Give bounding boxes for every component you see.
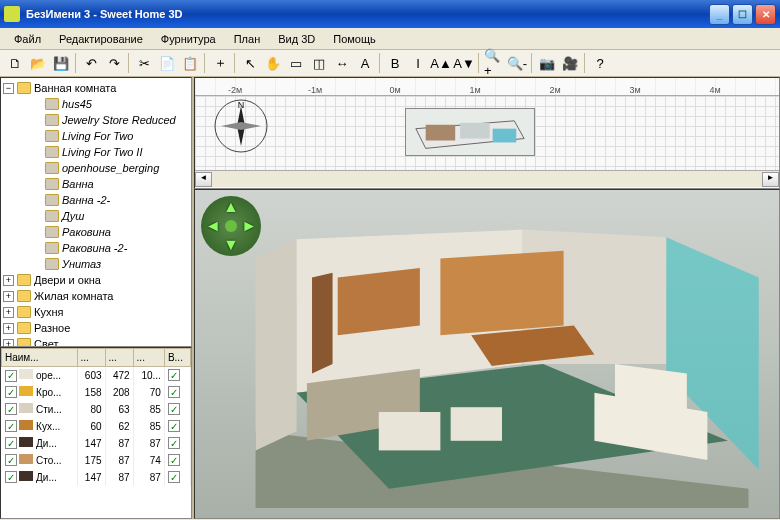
tree-row[interactable]: +Двери и окна xyxy=(3,272,189,288)
menu-0[interactable]: Файл xyxy=(6,31,49,47)
table-row[interactable]: ✓ оре...60347210...✓ xyxy=(2,367,191,384)
checkbox-icon[interactable]: ✓ xyxy=(168,437,180,449)
tree-row[interactable]: Living For Two II xyxy=(3,144,189,160)
menu-1[interactable]: Редактирование xyxy=(51,31,151,47)
scroll-right-icon[interactable]: ► xyxy=(762,172,779,187)
redo-icon[interactable]: ↷ xyxy=(103,52,125,74)
checkbox-icon[interactable]: ✓ xyxy=(168,454,180,466)
3d-view[interactable]: ▲ ▼ ◄ ► xyxy=(194,189,780,519)
checkbox-icon[interactable]: ✓ xyxy=(5,420,17,432)
checkbox-icon[interactable]: ✓ xyxy=(168,403,180,415)
open-icon[interactable]: 📂 xyxy=(27,52,49,74)
paste-icon[interactable]: 📋 xyxy=(179,52,201,74)
tree-row[interactable]: Раковина xyxy=(3,224,189,240)
folder-icon xyxy=(17,274,31,286)
expand-icon[interactable]: + xyxy=(3,339,14,348)
tree-row[interactable]: −Ванная комната xyxy=(3,80,189,96)
undo-icon[interactable]: ↶ xyxy=(80,52,102,74)
italic-icon[interactable]: I xyxy=(407,52,429,74)
cut-icon[interactable]: ✂ xyxy=(133,52,155,74)
nav-up-icon[interactable]: ▲ xyxy=(223,198,239,216)
table-row[interactable]: ✓ Ди...1478787✓ xyxy=(2,435,191,452)
tree-row[interactable]: +Жилая комната xyxy=(3,288,189,304)
checkbox-icon[interactable]: ✓ xyxy=(5,471,17,483)
table-header[interactable]: ... xyxy=(133,349,164,367)
tree-row[interactable]: Jewelry Store Reduced xyxy=(3,112,189,128)
menu-3[interactable]: План xyxy=(226,31,269,47)
checkbox-icon[interactable]: ✓ xyxy=(168,386,180,398)
font-inc-icon[interactable]: A▲ xyxy=(430,52,452,74)
room-icon[interactable]: ◫ xyxy=(308,52,330,74)
bold-icon[interactable]: B xyxy=(384,52,406,74)
zoom-out-icon[interactable]: 🔍- xyxy=(506,52,528,74)
table-row[interactable]: ✓ Сто...1758774✓ xyxy=(2,452,191,469)
furniture-table[interactable]: Наим............В...✓ оре...60347210...✓… xyxy=(0,347,192,519)
wall-icon[interactable]: ▭ xyxy=(285,52,307,74)
save-icon[interactable]: 💾 xyxy=(50,52,72,74)
checkbox-icon[interactable]: ✓ xyxy=(5,437,17,449)
table-row[interactable]: ✓ Ди...1478787✓ xyxy=(2,469,191,486)
tree-row[interactable]: Living For Two xyxy=(3,128,189,144)
expand-icon[interactable]: + xyxy=(3,323,14,334)
tree-row[interactable]: Раковина -2- xyxy=(3,240,189,256)
scroll-left-icon[interactable]: ◄ xyxy=(195,172,212,187)
table-row[interactable]: ✓ Кух...606285✓ xyxy=(2,418,191,435)
text-icon[interactable]: A xyxy=(354,52,376,74)
expand-icon[interactable]: + xyxy=(3,275,14,286)
tree-row[interactable]: Ванна xyxy=(3,176,189,192)
ruler-tick: 4м xyxy=(675,85,755,95)
expand-icon[interactable]: + xyxy=(3,307,14,318)
plan-canvas[interactable]: N xyxy=(195,96,779,170)
copy-icon[interactable]: 📄 xyxy=(156,52,178,74)
tree-row[interactable]: Душ xyxy=(3,208,189,224)
table-header[interactable]: ... xyxy=(77,349,105,367)
menu-4[interactable]: Вид 3D xyxy=(270,31,323,47)
checkbox-icon[interactable]: ✓ xyxy=(5,403,17,415)
menu-5[interactable]: Помощь xyxy=(325,31,384,47)
tree-row[interactable]: Ванна -2- xyxy=(3,192,189,208)
tree-row[interactable]: +Свет xyxy=(3,336,189,347)
furniture-tree[interactable]: −Ванная комнатаhus45Jewelry Store Reduce… xyxy=(0,77,192,347)
table-header[interactable]: В... xyxy=(164,349,190,367)
svg-marker-3 xyxy=(221,122,261,130)
plan-scrollbar-h[interactable]: ◄ ► xyxy=(195,170,779,187)
tree-row[interactable]: openhouse_berging xyxy=(3,160,189,176)
maximize-button[interactable]: ☐ xyxy=(732,4,753,25)
checkbox-icon[interactable]: ✓ xyxy=(5,370,17,382)
checkbox-icon[interactable]: ✓ xyxy=(168,420,180,432)
separator xyxy=(531,53,533,73)
table-row[interactable]: ✓ Сти...806385✓ xyxy=(2,401,191,418)
compass-icon[interactable]: N xyxy=(213,98,269,154)
menu-2[interactable]: Фурнитура xyxy=(153,31,224,47)
checkbox-icon[interactable]: ✓ xyxy=(5,454,17,466)
expand-icon[interactable]: + xyxy=(3,291,14,302)
dimension-icon[interactable]: ↔ xyxy=(331,52,353,74)
checkbox-icon[interactable]: ✓ xyxy=(168,369,180,381)
collapse-icon[interactable]: − xyxy=(3,83,14,94)
photo-icon[interactable]: 📷 xyxy=(536,52,558,74)
checkbox-icon[interactable]: ✓ xyxy=(5,386,17,398)
tree-row[interactable]: +Разное xyxy=(3,320,189,336)
add-furniture-icon[interactable]: ＋ xyxy=(209,52,231,74)
separator xyxy=(584,53,586,73)
tree-row[interactable]: hus45 xyxy=(3,96,189,112)
tree-row[interactable]: +Кухня xyxy=(3,304,189,320)
minimize-button[interactable]: _ xyxy=(709,4,730,25)
font-dec-icon[interactable]: A▼ xyxy=(453,52,475,74)
zoom-in-icon[interactable]: 🔍+ xyxy=(483,52,505,74)
help-icon[interactable]: ? xyxy=(589,52,611,74)
pan-icon[interactable]: ✋ xyxy=(262,52,284,74)
video-icon[interactable]: 🎥 xyxy=(559,52,581,74)
select-icon[interactable]: ↖ xyxy=(239,52,261,74)
nav-left-icon[interactable]: ◄ xyxy=(205,217,221,235)
tree-row[interactable]: Унитаз xyxy=(3,256,189,272)
titlebar[interactable]: БезИмени 3 - Sweet Home 3D _ ☐ ✕ xyxy=(0,0,780,28)
plan-model[interactable] xyxy=(405,108,535,156)
close-button[interactable]: ✕ xyxy=(755,4,776,25)
new-icon[interactable]: 🗋 xyxy=(4,52,26,74)
table-header[interactable]: Наим... xyxy=(2,349,78,367)
table-row[interactable]: ✓ Кро...15820870✓ xyxy=(2,384,191,401)
plan-view[interactable]: -2м-1м0м1м2м3м4м N ◄ ► xyxy=(194,77,780,189)
checkbox-icon[interactable]: ✓ xyxy=(168,471,180,483)
table-header[interactable]: ... xyxy=(105,349,133,367)
